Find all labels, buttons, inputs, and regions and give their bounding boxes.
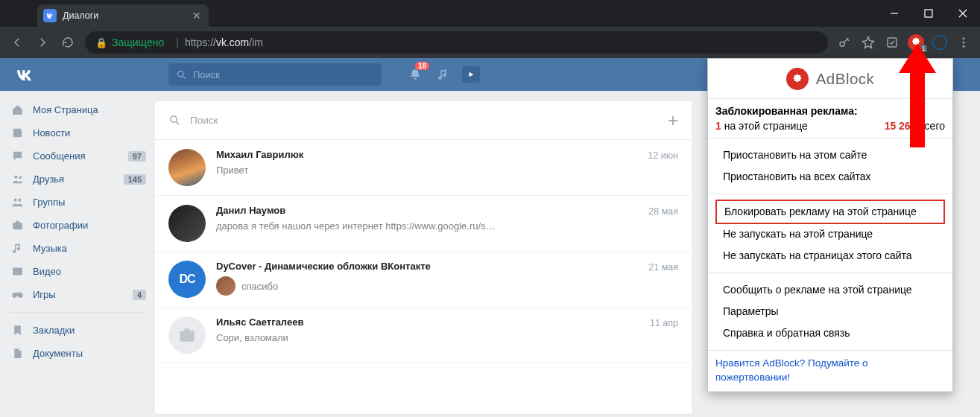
sidebar-item-camera[interactable]: Фотографии — [0, 214, 155, 237]
secure-label: Защищено — [112, 36, 164, 48]
adblock-section: Сообщить о рекламе на этой страницеПарам… — [708, 273, 952, 351]
adblock-menu-item[interactable]: Приостановить на этом сайте — [715, 144, 945, 166]
chrome-menu-icon[interactable] — [952, 31, 976, 54]
adblock-menu-item[interactable]: Блокировать рекламу на этой странице — [715, 200, 945, 224]
sidebar-item-chat[interactable]: Сообщения97 — [0, 144, 155, 168]
adblock-menu-item[interactable]: Сообщить о рекламе на этой странице — [715, 279, 945, 301]
reply-avatar — [216, 276, 235, 296]
vk-header-icons: 18 — [401, 64, 480, 85]
game-icon — [9, 287, 25, 302]
music-icon[interactable] — [429, 64, 458, 85]
dialog-name: DyCover - Динамические обложки ВКонтакте — [216, 261, 678, 272]
adblock-menu-item[interactable]: Не запускать на этой странице — [715, 223, 945, 245]
dialogs-search-row: Поиск + — [155, 101, 692, 140]
vk-favicon — [43, 9, 57, 22]
adblock-menu-item[interactable]: Параметры — [715, 301, 945, 322]
sidebar-item-doc[interactable]: Документы — [0, 342, 155, 365]
sidebar-item-home[interactable]: Моя Страница — [0, 98, 155, 121]
dialog-row[interactable]: Данил Наумовдарова я тебя нашол через ин… — [155, 196, 692, 252]
browser-tab[interactable]: Диалоги ✕ — [37, 4, 209, 27]
music-icon — [9, 241, 25, 256]
nav-back[interactable] — [4, 30, 30, 55]
sidebar-item-bookmark[interactable]: Закладки — [0, 319, 155, 342]
star-icon[interactable] — [856, 31, 880, 54]
dialog-name: Михаил Гаврилюк — [216, 149, 678, 160]
svg-point-10 — [19, 176, 22, 179]
adblock-menu-item[interactable]: Справка и обратная связь — [715, 322, 945, 344]
tab-title: Диалоги — [63, 10, 192, 21]
svg-point-8 — [178, 71, 184, 77]
adblock-blocked-title: Заблокированная реклама: — [715, 105, 945, 117]
sidebar-item-label: Сообщения — [33, 150, 86, 162]
dialog-name: Данил Наумов — [216, 205, 678, 216]
sidebar-item-newspaper[interactable]: Новости — [0, 121, 155, 144]
dialog-row[interactable]: Ильяс СаетгалеевСори, взломали11 апр — [155, 308, 692, 363]
vk-sidebar: Моя СтраницаНовостиСообщения97Друзья145Г… — [0, 91, 155, 417]
adblock-total-stat: 15 266 всего — [885, 120, 945, 132]
new-dialog-button[interactable]: + — [668, 110, 678, 131]
dialog-date: 28 мая — [648, 206, 678, 217]
adblock-logo-icon — [786, 68, 809, 90]
video-icon — [9, 264, 25, 279]
dialogs-search-placeholder[interactable]: Поиск — [190, 115, 668, 126]
vk-logo[interactable] — [15, 64, 36, 85]
svg-point-20 — [184, 333, 191, 340]
bookmark-icon — [9, 323, 25, 338]
window-close[interactable] — [946, 0, 980, 27]
sidebar-separator — [9, 312, 146, 313]
svg-point-11 — [13, 199, 16, 202]
nav-forward[interactable] — [30, 30, 55, 55]
svg-point-7 — [963, 45, 965, 48]
sidebar-item-label: Документы — [33, 348, 83, 359]
adblock-popup: AdBlock Заблокированная реклама: 1 на эт… — [707, 58, 953, 392]
vk-dialogs-panel: Поиск + Михаил ГаврилюкПривет12 июнДанил… — [155, 101, 692, 414]
chat-icon — [9, 149, 25, 164]
svg-rect-4 — [888, 38, 897, 47]
notification-icon[interactable]: 18 — [401, 64, 429, 85]
key-icon[interactable] — [832, 31, 856, 54]
window-maximize[interactable] — [911, 0, 946, 27]
svg-point-6 — [963, 42, 965, 44]
tab-close-icon[interactable]: ✕ — [192, 10, 201, 22]
sidebar-item-game[interactable]: Игры4 — [0, 283, 155, 306]
dialog-date: 12 июн — [648, 150, 678, 161]
sidebar-badge: 145 — [124, 174, 146, 185]
sidebar-item-label: Видео — [33, 266, 61, 277]
svg-point-16 — [19, 293, 19, 294]
dialog-date: 21 мая — [648, 262, 678, 273]
dialog-date: 11 апр — [650, 318, 678, 328]
dialog-avatar — [168, 205, 206, 242]
adblock-menu-item[interactable]: Приостановить на всех сайтах — [715, 166, 945, 188]
adblock-menu-item[interactable]: Не запускать на страницах этого сайта — [715, 245, 945, 267]
sidebar-item-label: Фотографии — [33, 220, 88, 231]
chrome-tabstrip: Диалоги ✕ — [0, 0, 980, 27]
dialog-snippet: Привет — [216, 165, 248, 176]
dialog-row[interactable]: DCDyCover - Динамические обложки ВКонтак… — [155, 252, 692, 308]
svg-point-12 — [18, 199, 21, 202]
toolbar-right: 1 — [832, 31, 976, 54]
group-icon — [9, 195, 25, 210]
dialog-avatar — [168, 149, 206, 186]
extension-adblock-icon[interactable]: 1 — [904, 31, 928, 54]
home-icon — [9, 103, 25, 118]
svg-point-9 — [14, 176, 17, 179]
vk-header-search[interactable]: Поиск — [168, 63, 382, 86]
url-text: https://vk.com/im — [185, 36, 263, 48]
sidebar-item-video[interactable]: Видео — [0, 260, 155, 283]
sidebar-item-group[interactable]: Группы — [0, 191, 155, 214]
adblock-page-stat: 1 на этой странице — [715, 120, 808, 132]
play-button[interactable] — [462, 66, 480, 83]
sidebar-item-friends[interactable]: Друзья145 — [0, 168, 155, 191]
sidebar-item-label: Группы — [33, 197, 65, 208]
window-minimize[interactable] — [877, 0, 911, 27]
vk-search-placeholder: Поиск — [193, 69, 220, 80]
dialog-row[interactable]: Михаил ГаврилюкПривет12 июн — [155, 140, 692, 196]
sidebar-item-music[interactable]: Музыка — [0, 237, 155, 260]
adblock-donate-link[interactable]: Нравится AdBlock? Подумайте о пожертвова… — [708, 351, 952, 392]
extension-unknown-icon[interactable] — [880, 31, 904, 54]
address-bar[interactable]: 🔒 Защищено | https://vk.com/im — [85, 31, 828, 54]
nav-reload[interactable] — [55, 30, 80, 55]
extension-edge-icon[interactable] — [928, 31, 952, 54]
dialog-snippet: Сори, взломали — [216, 332, 288, 343]
dialog-avatar — [168, 316, 206, 354]
